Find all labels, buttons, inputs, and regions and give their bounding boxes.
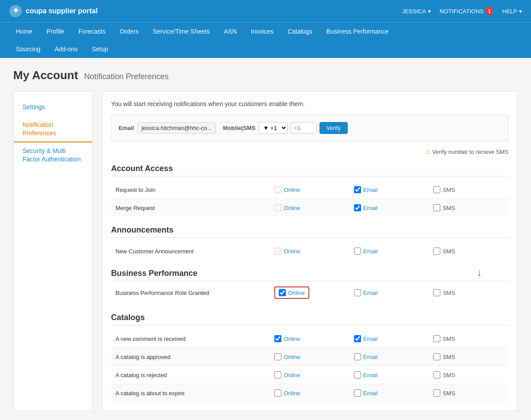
online-checkbox-label: Online [274, 335, 345, 342]
section-business-performance: Business Performance ↓ Business Performa… [111, 260, 508, 304]
email-checkbox[interactable] [354, 248, 361, 255]
nav-service-time-sheets[interactable]: Service/Time Sheets [146, 23, 217, 40]
email-checkbox[interactable] [354, 389, 361, 397]
online-checkbox[interactable] [274, 353, 281, 360]
email-label: Email [363, 372, 378, 378]
nav-addons[interactable]: Add-ons [47, 40, 85, 58]
sms-checkbox[interactable] [433, 335, 440, 342]
bp-heading-row: Business Performance ↓ [111, 260, 508, 281]
sidebar-item-notification-preferences[interactable]: Notification Preferences [14, 116, 92, 142]
sms-cell: SMS [429, 348, 508, 366]
table-row: Merge Request Online Email [111, 199, 508, 217]
email-cell: Email [350, 330, 429, 348]
sms-checkbox[interactable] [433, 389, 440, 397]
sms-checkbox-label: SMS [433, 335, 504, 342]
sms-label: SMS [442, 372, 455, 378]
verify-button[interactable]: Verify [319, 122, 348, 134]
email-label: Email [119, 125, 134, 131]
country-code-select[interactable]: ▼ +1 [258, 122, 288, 134]
online-cell: Online [270, 199, 350, 217]
sidebar-item-settings[interactable]: Settings [14, 99, 92, 116]
online-checkbox[interactable] [274, 248, 281, 255]
svg-text:✦: ✦ [12, 6, 19, 15]
sms-cell: SMS [429, 199, 508, 217]
nav-business-performance[interactable]: Business Performance [319, 23, 396, 40]
online-checkbox[interactable] [274, 371, 281, 378]
email-checkbox[interactable] [354, 186, 361, 193]
sms-cell: SMS [429, 366, 508, 384]
nav-asn[interactable]: ASN [217, 23, 244, 40]
nav-catalogs[interactable]: Catalogs [281, 23, 319, 40]
email-cell: Email [350, 181, 429, 199]
nav-forecasts[interactable]: Forecasts [71, 23, 112, 40]
online-checkbox[interactable] [274, 335, 281, 342]
table-row: A catalog is about to expire Online [111, 384, 508, 402]
user-menu[interactable]: JESSICA ▾ [402, 8, 431, 15]
contact-info-row: Email jessica.hitchman@hhc-co... Mobile(… [111, 115, 508, 141]
online-checkbox[interactable] [274, 204, 281, 211]
email-checkbox-label: Email [354, 389, 425, 397]
notification-intro-text: You will start receiving notifications w… [111, 100, 508, 107]
online-label: Online [284, 336, 300, 342]
sms-checkbox[interactable] [433, 353, 440, 360]
top-bar: ✦ coupa supplier portal JESSICA ▾ NOTIFI… [0, 0, 531, 22]
sms-checkbox[interactable] [433, 371, 440, 378]
notifications-button[interactable]: NOTIFICATIONS 1 [440, 7, 493, 15]
notifications-label: NOTIFICATIONS [440, 8, 484, 15]
table-row: Request to Join Online Email [111, 181, 508, 199]
sms-checkbox-label: SMS [433, 186, 504, 193]
online-cell: Online [270, 330, 350, 348]
sms-checkbox[interactable] [433, 204, 440, 211]
sms-checkbox[interactable] [433, 248, 440, 255]
nav-orders[interactable]: Orders [113, 23, 146, 40]
page-title: My Account [13, 69, 78, 82]
online-cell: Online [270, 384, 350, 402]
email-checkbox[interactable] [354, 204, 361, 211]
user-name: JESSICA [402, 8, 426, 15]
email-checkbox[interactable] [354, 353, 361, 360]
sms-checkbox[interactable] [433, 186, 440, 193]
email-checkbox[interactable] [354, 371, 361, 378]
email-checkbox[interactable] [354, 335, 361, 342]
row-label: Business Performance Role Granted [111, 281, 270, 304]
online-checkbox-label: Online [274, 248, 345, 255]
email-checkbox-label: Email [354, 353, 425, 360]
online-cell: Online [270, 242, 350, 260]
mobile-input[interactable] [290, 122, 317, 134]
email-label: Email [363, 390, 378, 397]
email-label: Email [363, 290, 378, 296]
email-cell: Email [350, 384, 429, 402]
sidebar-item-security[interactable]: Security & Multi Factor Authentication [14, 142, 92, 168]
online-cell: Online [270, 366, 350, 384]
online-checkbox[interactable] [274, 389, 281, 397]
online-checkbox-highlighted[interactable] [279, 289, 286, 296]
sms-cell: SMS [429, 330, 508, 348]
user-chevron-icon: ▾ [428, 8, 431, 15]
table-row: A catalog is approved Online E [111, 348, 508, 366]
online-checkbox-label: Online [274, 371, 345, 378]
email-checkbox[interactable] [354, 289, 361, 296]
online-cell-highlighted: Online [270, 281, 350, 304]
help-menu[interactable]: HELP ▾ [502, 8, 522, 15]
nav-home[interactable]: Home [9, 23, 39, 40]
page-title-area: My Account Notification Preferences [13, 69, 518, 82]
sms-label: SMS [442, 290, 455, 296]
email-label: Email [363, 354, 378, 360]
email-value: jessica.hitchman@hhc-co... [138, 122, 216, 134]
email-cell: Email [350, 348, 429, 366]
online-label: Online [284, 390, 300, 397]
email-label: Email [363, 187, 378, 193]
online-cell: Online [270, 181, 350, 199]
section-announcements: Announcements New Customer Announcement … [111, 225, 508, 260]
section-heading-catalogs: Catalogs [111, 313, 508, 325]
nav-setup[interactable]: Setup [85, 40, 115, 58]
online-checkbox[interactable] [274, 186, 281, 193]
nav-profile[interactable]: Profile [39, 23, 71, 40]
nav-sourcing[interactable]: Sourcing [9, 40, 47, 58]
email-cell: Email [350, 242, 429, 260]
email-checkbox-label: Email [354, 248, 425, 255]
sms-checkbox[interactable] [433, 289, 440, 296]
nav-row-1: Home Profile Forecasts Orders Service/Ti… [9, 23, 522, 40]
nav-invoices[interactable]: Invoices [244, 23, 281, 40]
page-subtitle: Notification Preferences [84, 72, 169, 81]
